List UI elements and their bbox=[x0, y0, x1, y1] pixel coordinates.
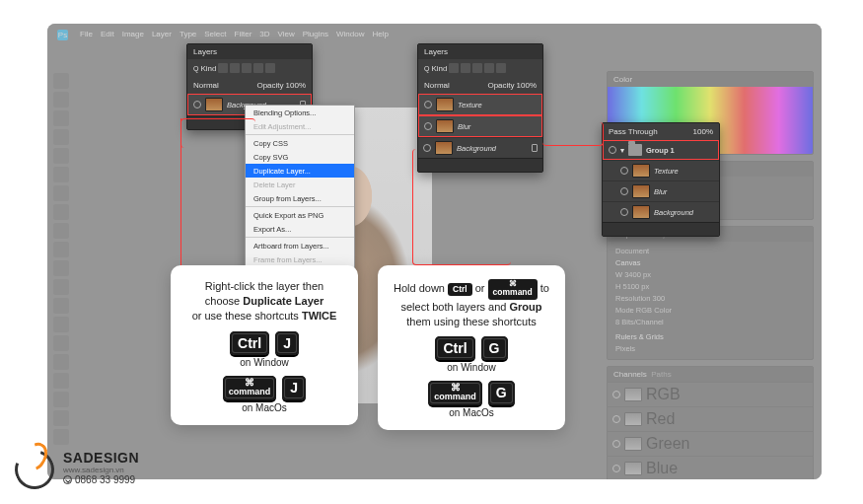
key-j: J bbox=[282, 376, 306, 400]
blend-row[interactable]: Pass Through100% bbox=[603, 123, 719, 140]
card-text: them using these shortcuts bbox=[406, 316, 536, 327]
layer-thumb bbox=[632, 205, 650, 219]
card-text: to bbox=[540, 282, 549, 294]
panel-footer bbox=[603, 222, 719, 236]
phone-icon bbox=[63, 475, 72, 484]
key-j: J bbox=[275, 331, 299, 355]
ctx-edit-adjustment: Edit Adjustment... bbox=[246, 119, 354, 133]
layer-filter-row[interactable]: QKind bbox=[418, 59, 542, 77]
blend-row[interactable]: NormalOpacity100% bbox=[187, 77, 312, 94]
opacity-label: Opacity bbox=[256, 81, 283, 90]
ctx-export-as[interactable]: Export As... bbox=[246, 222, 354, 236]
layer-name[interactable]: Texture bbox=[458, 101, 482, 109]
ctx-frame-from-layers: Frame from Layers... bbox=[246, 252, 354, 266]
watermark-logo: SADESIGN www.sadesign.vn 0868 33 9999 bbox=[12, 445, 139, 490]
ctx-duplicate-layer[interactable]: Duplicate Layer... bbox=[246, 164, 354, 178]
eye-icon[interactable] bbox=[424, 101, 432, 108]
eye-icon[interactable] bbox=[423, 144, 431, 152]
eye-icon[interactable] bbox=[193, 101, 201, 108]
layer-name[interactable]: Group 1 bbox=[646, 146, 675, 155]
lock-icon[interactable] bbox=[532, 144, 538, 152]
os-label-macos: on MacOs bbox=[180, 402, 348, 413]
layer-name[interactable]: Blur bbox=[458, 122, 470, 131]
layer-thumb bbox=[632, 184, 650, 198]
eye-icon[interactable] bbox=[424, 122, 432, 130]
eye-icon[interactable] bbox=[620, 208, 628, 216]
card-text: select both layers and bbox=[400, 301, 509, 313]
ctx-artboard-from-layers[interactable]: Artboard from Layers... bbox=[246, 239, 354, 252]
layer-row-group[interactable]: ▾Group 1 bbox=[603, 140, 719, 160]
card-text-bold: TWICE bbox=[302, 310, 336, 322]
eye-icon[interactable] bbox=[609, 146, 616, 154]
key-ctrl: Ctrl bbox=[435, 336, 474, 360]
card-text-bold: Duplicate Layer bbox=[243, 295, 324, 307]
card-text: Hold down bbox=[394, 282, 448, 294]
layer-thumb bbox=[632, 164, 650, 178]
key-ctrl: Ctrl bbox=[230, 331, 269, 355]
logo-icon bbox=[12, 445, 57, 490]
layer-thumb bbox=[436, 119, 454, 133]
os-label-macos: on MacOs bbox=[388, 407, 555, 418]
card-text: choose bbox=[205, 295, 244, 307]
card-text: or use these shortcuts bbox=[192, 310, 302, 322]
ctx-delete-layer: Delete Layer bbox=[246, 178, 354, 191]
layer-name[interactable]: Blur bbox=[654, 187, 667, 196]
ctx-blending-options[interactable]: Blending Options... bbox=[246, 106, 354, 119]
card-text: Right-click the layer then bbox=[205, 280, 324, 292]
layer-row-blur[interactable]: Blur bbox=[418, 115, 542, 137]
layer-row-background[interactable]: Background bbox=[418, 137, 542, 158]
layer-row-texture[interactable]: Texture bbox=[418, 94, 542, 115]
key-command: ⌘command bbox=[428, 381, 482, 405]
layer-filter-row[interactable]: QKind bbox=[187, 59, 312, 77]
os-label-windows: on Window bbox=[180, 357, 348, 368]
ctx-copy-svg[interactable]: Copy SVG bbox=[246, 150, 354, 164]
connector-line bbox=[180, 118, 181, 266]
layer-thumb bbox=[205, 98, 223, 111]
card-text-bold: Group bbox=[510, 301, 542, 313]
layer-name[interactable]: Texture bbox=[654, 167, 679, 176]
kind-filter[interactable]: Kind bbox=[431, 64, 447, 73]
photoshop-window: Ps File Edit Image Layer Type Select Fil… bbox=[47, 24, 822, 479]
instruction-card-duplicate: Right-click the layer then choose Duplic… bbox=[171, 265, 358, 425]
opacity-value[interactable]: 100% bbox=[693, 127, 713, 136]
panel-title: Layers bbox=[418, 44, 542, 59]
key-ctrl: Ctrl bbox=[448, 283, 472, 296]
layers-panel-step3: Pass Through100% ▾Group 1 Texture Blur B… bbox=[602, 122, 720, 237]
blend-row[interactable]: NormalOpacity100% bbox=[418, 77, 542, 94]
key-g: G bbox=[488, 381, 515, 405]
opacity-value[interactable]: 100% bbox=[286, 81, 306, 90]
layer-row-blur[interactable]: Blur bbox=[603, 180, 719, 201]
blendmode-select[interactable]: Pass Through bbox=[609, 127, 658, 136]
brand-url: www.sadesign.vn bbox=[63, 466, 139, 474]
kind-filter[interactable]: Kind bbox=[200, 64, 216, 73]
layer-name[interactable]: Background bbox=[457, 144, 496, 153]
ctx-copy-css[interactable]: Copy CSS bbox=[246, 136, 354, 150]
key-command: ⌘command bbox=[223, 376, 277, 400]
panel-footer bbox=[418, 158, 542, 172]
opacity-label: Opacity bbox=[487, 81, 514, 90]
os-label-windows: on Window bbox=[388, 362, 555, 373]
brand-name: SADESIGN bbox=[63, 450, 139, 466]
ctx-group-from-layers[interactable]: Group from Layers... bbox=[246, 191, 354, 205]
blendmode-select[interactable]: Normal bbox=[424, 81, 450, 90]
eye-icon[interactable] bbox=[620, 187, 628, 195]
key-g: G bbox=[481, 336, 508, 360]
layer-name[interactable]: Background bbox=[654, 208, 693, 217]
panel-title: Layers bbox=[187, 44, 312, 59]
layer-thumb bbox=[435, 141, 453, 155]
layer-thumb bbox=[436, 98, 454, 111]
layer-row-background[interactable]: Background bbox=[603, 201, 719, 222]
opacity-value[interactable]: 100% bbox=[517, 81, 537, 90]
folder-icon bbox=[628, 144, 642, 156]
blendmode-select[interactable]: Normal bbox=[193, 81, 219, 90]
instruction-card-group: Hold down Ctrl or ⌘command to select bot… bbox=[378, 265, 565, 430]
card-text: or bbox=[475, 282, 488, 294]
key-command: ⌘command bbox=[488, 279, 538, 300]
brand-phone: 0868 33 9999 bbox=[63, 474, 139, 485]
layer-row-texture[interactable]: Texture bbox=[603, 160, 719, 180]
layers-panel-step2: Layers QKind NormalOpacity100% Texture B… bbox=[417, 43, 543, 173]
ctx-quick-export-png[interactable]: Quick Export as PNG bbox=[246, 208, 354, 222]
eye-icon[interactable] bbox=[620, 167, 628, 175]
